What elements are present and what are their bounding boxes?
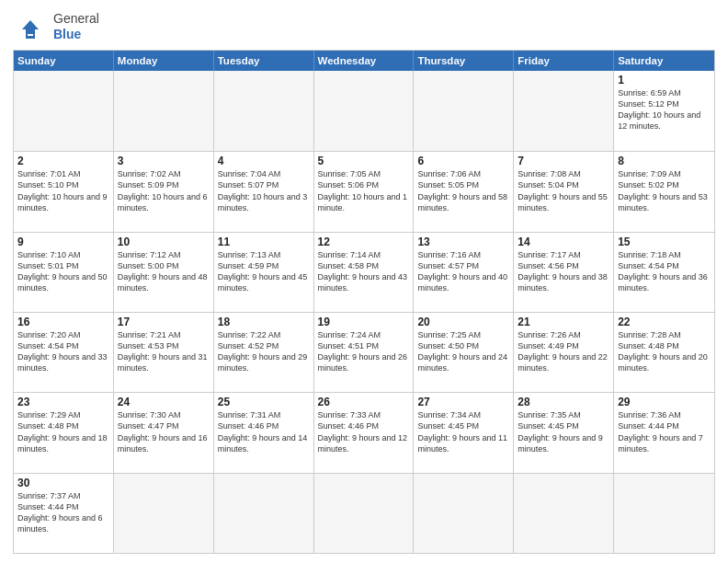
calendar-cell: 15Sunrise: 7:18 AM Sunset: 4:54 PM Dayli… [614, 233, 714, 312]
day-info: Sunrise: 7:33 AM Sunset: 4:46 PM Dayligh… [318, 409, 410, 454]
calendar-cell: 3Sunrise: 7:02 AM Sunset: 5:09 PM Daylig… [114, 152, 214, 231]
calendar-cell: 23Sunrise: 7:29 AM Sunset: 4:48 PM Dayli… [14, 393, 114, 472]
weekday-header: Tuesday [214, 51, 314, 71]
calendar: SundayMondayTuesdayWednesdayThursdayFrid… [13, 50, 715, 554]
calendar-cell [114, 71, 214, 151]
day-number: 2 [17, 155, 109, 167]
day-number: 27 [417, 396, 509, 408]
day-info: Sunrise: 7:04 AM Sunset: 5:07 PM Dayligh… [218, 168, 310, 213]
calendar-cell: 26Sunrise: 7:33 AM Sunset: 4:46 PM Dayli… [314, 393, 415, 472]
weekday-header: Saturday [614, 51, 714, 71]
calendar-cell [114, 474, 214, 553]
day-info: Sunrise: 7:06 AM Sunset: 5:05 PM Dayligh… [417, 168, 509, 213]
calendar-cell: 1Sunrise: 6:59 AM Sunset: 5:12 PM Daylig… [614, 71, 714, 151]
day-info: Sunrise: 7:24 AM Sunset: 4:51 PM Dayligh… [318, 329, 410, 374]
calendar-cell: 14Sunrise: 7:17 AM Sunset: 4:56 PM Dayli… [514, 233, 614, 312]
calendar-cell: 24Sunrise: 7:30 AM Sunset: 4:47 PM Dayli… [114, 393, 214, 472]
day-number: 12 [318, 236, 410, 248]
day-number: 4 [218, 155, 310, 167]
calendar-cell: 18Sunrise: 7:22 AM Sunset: 4:52 PM Dayli… [214, 313, 314, 392]
day-info: Sunrise: 7:26 AM Sunset: 4:49 PM Dayligh… [518, 329, 609, 374]
day-number: 11 [218, 236, 310, 248]
calendar-cell: 16Sunrise: 7:20 AM Sunset: 4:54 PM Dayli… [14, 313, 114, 392]
day-number: 17 [118, 316, 210, 328]
calendar-cell [14, 71, 114, 151]
day-info: Sunrise: 7:12 AM Sunset: 5:00 PM Dayligh… [118, 249, 210, 294]
day-info: Sunrise: 7:21 AM Sunset: 4:53 PM Dayligh… [118, 329, 210, 374]
calendar-cell: 11Sunrise: 7:13 AM Sunset: 4:59 PM Dayli… [214, 233, 314, 312]
day-number: 30 [17, 477, 109, 489]
day-info: Sunrise: 7:08 AM Sunset: 5:04 PM Dayligh… [518, 168, 609, 213]
day-number: 22 [618, 316, 711, 328]
calendar-cell [514, 71, 614, 151]
day-info: Sunrise: 7:17 AM Sunset: 4:56 PM Dayligh… [518, 249, 609, 294]
day-info: Sunrise: 7:09 AM Sunset: 5:02 PM Dayligh… [618, 168, 711, 213]
calendar-row: 2Sunrise: 7:01 AM Sunset: 5:10 PM Daylig… [14, 151, 714, 231]
day-info: Sunrise: 7:20 AM Sunset: 4:54 PM Dayligh… [17, 329, 109, 374]
weekday-header: Friday [514, 51, 614, 71]
day-info: Sunrise: 6:59 AM Sunset: 5:12 PM Dayligh… [618, 87, 711, 132]
calendar-header: SundayMondayTuesdayWednesdayThursdayFrid… [14, 51, 714, 71]
calendar-row: 30Sunrise: 7:37 AM Sunset: 4:44 PM Dayli… [14, 473, 714, 553]
day-number: 3 [118, 155, 210, 167]
calendar-cell: 19Sunrise: 7:24 AM Sunset: 4:51 PM Dayli… [314, 313, 415, 392]
calendar-cell: 28Sunrise: 7:35 AM Sunset: 4:45 PM Dayli… [514, 393, 614, 472]
calendar-cell [514, 474, 614, 553]
calendar-cell [214, 474, 314, 553]
calendar-cell: 27Sunrise: 7:34 AM Sunset: 4:45 PM Dayli… [414, 393, 514, 472]
logo-icon [13, 9, 48, 44]
calendar-cell [214, 71, 314, 151]
day-info: Sunrise: 7:28 AM Sunset: 4:48 PM Dayligh… [618, 329, 711, 374]
day-info: Sunrise: 7:14 AM Sunset: 4:58 PM Dayligh… [318, 249, 410, 294]
logo-general: General [53, 11, 99, 26]
day-number: 28 [518, 396, 609, 408]
day-number: 15 [618, 236, 711, 248]
day-info: Sunrise: 7:13 AM Sunset: 4:59 PM Dayligh… [218, 249, 310, 294]
calendar-row: 23Sunrise: 7:29 AM Sunset: 4:48 PM Dayli… [14, 392, 714, 472]
weekday-header: Sunday [14, 51, 114, 71]
day-info: Sunrise: 7:30 AM Sunset: 4:47 PM Dayligh… [118, 409, 210, 454]
calendar-row: 1Sunrise: 6:59 AM Sunset: 5:12 PM Daylig… [14, 71, 714, 151]
calendar-cell: 30Sunrise: 7:37 AM Sunset: 4:44 PM Dayli… [14, 474, 114, 553]
day-info: Sunrise: 7:16 AM Sunset: 4:57 PM Dayligh… [417, 249, 509, 294]
day-number: 10 [118, 236, 210, 248]
calendar-cell: 20Sunrise: 7:25 AM Sunset: 4:50 PM Dayli… [414, 313, 514, 392]
day-info: Sunrise: 7:29 AM Sunset: 4:48 PM Dayligh… [17, 409, 109, 454]
logo: General Blue [13, 9, 99, 44]
day-number: 23 [17, 396, 109, 408]
day-number: 16 [17, 316, 109, 328]
day-info: Sunrise: 7:10 AM Sunset: 5:01 PM Dayligh… [17, 249, 109, 294]
day-info: Sunrise: 7:22 AM Sunset: 4:52 PM Dayligh… [218, 329, 310, 374]
calendar-cell: 13Sunrise: 7:16 AM Sunset: 4:57 PM Dayli… [414, 233, 514, 312]
calendar-body: 1Sunrise: 6:59 AM Sunset: 5:12 PM Daylig… [14, 71, 714, 553]
day-number: 7 [518, 155, 609, 167]
calendar-cell: 22Sunrise: 7:28 AM Sunset: 4:48 PM Dayli… [614, 313, 714, 392]
weekday-header: Thursday [414, 51, 514, 71]
calendar-cell [614, 474, 714, 553]
day-number: 8 [618, 155, 711, 167]
calendar-cell: 9Sunrise: 7:10 AM Sunset: 5:01 PM Daylig… [14, 233, 114, 312]
calendar-cell: 6Sunrise: 7:06 AM Sunset: 5:05 PM Daylig… [414, 152, 514, 231]
day-info: Sunrise: 7:31 AM Sunset: 4:46 PM Dayligh… [218, 409, 310, 454]
calendar-cell: 5Sunrise: 7:05 AM Sunset: 5:06 PM Daylig… [314, 152, 415, 231]
day-number: 29 [618, 396, 711, 408]
calendar-cell: 25Sunrise: 7:31 AM Sunset: 4:46 PM Dayli… [214, 393, 314, 472]
calendar-row: 9Sunrise: 7:10 AM Sunset: 5:01 PM Daylig… [14, 232, 714, 312]
logo-blue: Blue [53, 27, 81, 41]
calendar-cell: 8Sunrise: 7:09 AM Sunset: 5:02 PM Daylig… [614, 152, 714, 231]
calendar-cell: 4Sunrise: 7:04 AM Sunset: 5:07 PM Daylig… [214, 152, 314, 231]
calendar-cell: 21Sunrise: 7:26 AM Sunset: 4:49 PM Dayli… [514, 313, 614, 392]
day-info: Sunrise: 7:05 AM Sunset: 5:06 PM Dayligh… [318, 168, 410, 213]
day-number: 26 [318, 396, 410, 408]
day-info: Sunrise: 7:02 AM Sunset: 5:09 PM Dayligh… [118, 168, 210, 213]
header: General Blue [13, 9, 715, 44]
calendar-cell: 17Sunrise: 7:21 AM Sunset: 4:53 PM Dayli… [114, 313, 214, 392]
page: General Blue SundayMondayTuesdayWednesda… [0, 0, 728, 563]
day-info: Sunrise: 7:34 AM Sunset: 4:45 PM Dayligh… [417, 409, 509, 454]
weekday-header: Monday [114, 51, 214, 71]
day-info: Sunrise: 7:01 AM Sunset: 5:10 PM Dayligh… [17, 168, 109, 213]
day-number: 6 [417, 155, 509, 167]
day-number: 24 [118, 396, 210, 408]
calendar-cell [414, 71, 514, 151]
day-number: 18 [218, 316, 310, 328]
